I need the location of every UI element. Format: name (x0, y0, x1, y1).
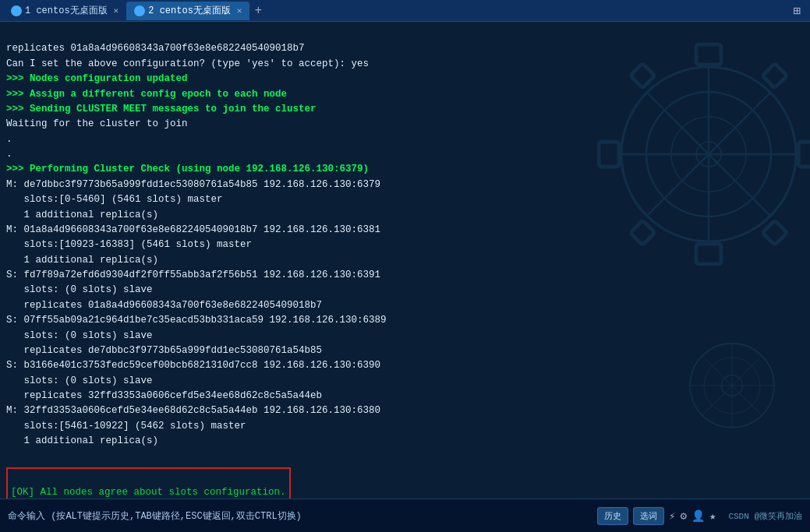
tab-2-label: 2 centos无桌面版 (148, 4, 231, 17)
star-icon: ★ (709, 509, 716, 523)
line-14: slots:[10923-16383] (5461 slots) master (6, 239, 252, 250)
line-10: M: de7dbbc3f9773b65a999fdd1ec53080761a54… (6, 179, 380, 190)
line-16: S: fd7f89a72efd6d9304df2f0ff55abb3af2f56… (6, 270, 380, 280)
terminal[interactable]: replicates 01a8a4d96608343a700f63e8e6822… (0, 22, 810, 499)
ok-line-1: [OK] All nodes agree about slots configu… (11, 487, 286, 498)
select-button[interactable]: 选词 (633, 507, 664, 525)
line-13: M: 01a8a4d96608343a700f63e8e682240540901… (6, 224, 380, 235)
line-27: 1 additional replica(s) (6, 435, 158, 446)
line-17: slots: (0 slots) slave (6, 284, 153, 295)
line-20: slots: (0 slots) slave (6, 330, 153, 341)
line-9: >>> Performing Cluster Check (using node… (6, 164, 369, 174)
tab-1-icon (11, 5, 22, 16)
tab-1-close[interactable]: ✕ (114, 5, 119, 16)
line-26: slots:[5461-10922] (5462 slots) master (6, 421, 246, 432)
line-24: replicates 32ffd3353a0606cefd5e34ee68d62… (6, 390, 322, 401)
settings-icon: ⚙ (681, 509, 687, 523)
lightning-icon: ⚡ (669, 509, 675, 523)
line-23: slots: (0 slots) slave (6, 375, 153, 386)
line-2: Can I set the above configuration? (type… (6, 58, 369, 69)
history-button[interactable]: 历史 (597, 507, 628, 525)
tab-2-close[interactable]: ✕ (237, 5, 242, 16)
highlight-box: [OK] All nodes agree about slots configu… (6, 467, 291, 499)
tab-1-label: 1 centos无桌面版 (25, 4, 108, 17)
user-icon: 👤 (692, 509, 705, 523)
line-12: 1 additional replica(s) (6, 210, 158, 220)
highlight-content: [OK] All nodes agree about slots configu… (11, 470, 286, 499)
line-19: S: 07ff55ab09a21c964d1be7c35eacd53bb331a… (6, 315, 387, 326)
line-5: >>> Sending CLUSTER MEET messages to joi… (6, 104, 317, 115)
brand-text: CSDN @微笑再加油 (728, 510, 802, 522)
line-18: replicates 01a8a4d96608343a700f63e8e6822… (6, 300, 322, 311)
bottom-buttons: 历史 选词 ⚡ ⚙ 👤 ★ CSDN @微笑再加油 (597, 507, 802, 525)
line-3: >>> Nodes configuration updated (6, 73, 188, 84)
tab-2[interactable]: 2 centos无桌面版 ✕ (126, 2, 249, 20)
line-8: . (6, 149, 12, 160)
cmd-hint: 命令输入 (按ALT键提示历史,TAB键路径,ESC键返回,双击CTRL切换) (8, 509, 597, 523)
tab-1[interactable]: 1 centos无桌面版 ✕ (3, 2, 126, 20)
line-4: >>> Assign a different config epoch to e… (6, 89, 287, 100)
line-22: S: b3166e401c3753fedc59cef00bcb6821310d7… (6, 360, 380, 371)
tab-bar: 1 centos无桌面版 ✕ 2 centos无桌面版 ✕ + ⊞ (0, 0, 810, 22)
tab-grid-icon[interactable]: ⊞ (787, 3, 807, 19)
line-1: replicates 01a8a4d96608343a700f63e8e6822… (6, 43, 305, 54)
line-25: M: 32ffd3353a0606cefd5e34ee68d62c8c5a5a4… (6, 405, 380, 416)
line-7: . (6, 134, 12, 145)
line-6: Waiting for the cluster to join (6, 118, 188, 129)
tab-2-icon (134, 5, 145, 16)
highlight-section: [OK] All nodes agree about slots configu… (6, 466, 804, 499)
line-11: slots:[0-5460] (5461 slots) master (6, 194, 223, 205)
line-15: 1 additional replica(s) (6, 255, 158, 266)
line-21: replicates de7dbbc3f9773b65a999fdd1ec530… (6, 345, 322, 356)
tab-add-button[interactable]: + (249, 4, 267, 18)
terminal-output: replicates 01a8a4d96608343a700f63e8e6822… (6, 26, 804, 464)
bottom-bar: 命令输入 (按ALT键提示历史,TAB键路径,ESC键返回,双击CTRL切换) … (0, 499, 810, 532)
